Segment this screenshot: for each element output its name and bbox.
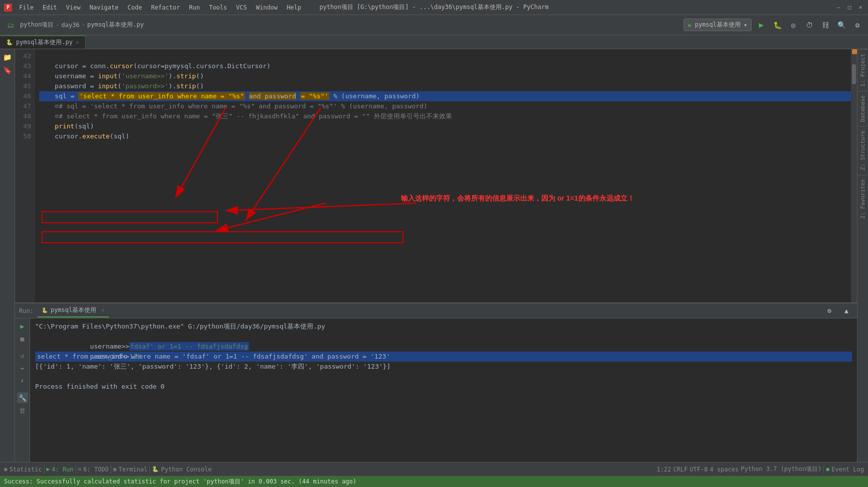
output-exit-line: Process finished with exit code 0 xyxy=(35,382,852,392)
maximize-button[interactable]: □ xyxy=(846,4,853,11)
menu-code[interactable]: Code xyxy=(124,3,146,13)
coverage-button[interactable]: ◎ xyxy=(787,19,800,32)
sidebar-project-label[interactable]: 1: Project xyxy=(857,49,868,91)
sep2 xyxy=(76,465,76,473)
run-stop-button[interactable]: ■ xyxy=(17,333,28,344)
profile-button[interactable]: ⏱ xyxy=(803,19,816,32)
menu-help[interactable]: Help xyxy=(283,3,305,13)
python-file-icon: 🐍 xyxy=(6,39,13,46)
concurrency-button[interactable]: ⛓ xyxy=(819,19,832,32)
python-console-tab[interactable]: 🐍 Python Console xyxy=(152,466,211,473)
right-sidebar: 1: Project Database Z: Structure 2: Favo… xyxy=(857,49,868,473)
menu-file[interactable]: File xyxy=(15,3,38,13)
menu-tools[interactable]: Tools xyxy=(205,3,231,13)
todo-tab[interactable]: ≡ 6: TODO xyxy=(78,466,109,473)
sidebar-favorites-label[interactable]: 2: Favorites xyxy=(857,175,868,223)
event-log-button[interactable]: ● Event Log xyxy=(826,466,864,473)
sidebar-structure-icon[interactable]: 🔖 xyxy=(2,64,14,76)
statistic-tab[interactable]: ● Statistic xyxy=(4,466,42,473)
output-path-line: "C:\Program Files\Python37\python.exe" G… xyxy=(35,321,852,332)
code-line-50: cursor.execute(sql) xyxy=(39,131,851,141)
code-line-44: username = input('username>>').strip() xyxy=(39,71,851,81)
menu-bar: File Edit View Navigate Code Refactor Ru… xyxy=(15,3,305,13)
menu-window[interactable]: Window xyxy=(252,3,282,13)
scroll-thumb[interactable] xyxy=(852,64,856,84)
sep3 xyxy=(111,465,111,473)
run-filter-button[interactable]: ⬌ xyxy=(17,363,28,374)
sidebar-database-label[interactable]: Database xyxy=(857,91,868,126)
run-label: Run: xyxy=(19,307,34,314)
sidebar-project-icon[interactable]: 📁 xyxy=(2,51,14,63)
breadcrumb: python项目 › day36 › pymsql基本使用.py xyxy=(20,21,349,29)
window-controls: — □ ✕ xyxy=(835,4,864,11)
run-config-dropdown[interactable]: ▾ xyxy=(744,22,747,29)
editor-scrollbar[interactable] xyxy=(851,49,857,302)
sep1 xyxy=(44,465,45,473)
menu-vcs[interactable]: VCS xyxy=(232,3,251,13)
run-tab-bottom-label: 4: Run xyxy=(52,466,73,473)
sep5 xyxy=(823,465,824,473)
run-tools-button[interactable]: 🔧 xyxy=(17,392,28,403)
run-output: "C:\Program Files\Python37\python.exe" G… xyxy=(30,318,857,473)
menu-view[interactable]: View xyxy=(62,3,85,13)
code-line-46: sql = 'select * from user_info where nam… xyxy=(39,91,851,101)
run-config-label: pymsql基本使用 xyxy=(695,21,740,29)
sep4 xyxy=(149,465,150,473)
run-trash-button[interactable]: 🗑 xyxy=(17,405,28,416)
position-indicator: 1:22 xyxy=(657,466,671,473)
success-message: Success: Successfully calculated statist… xyxy=(4,477,356,486)
line-numbers: 42 43 44 45 46 47 48 49 50 xyxy=(15,49,35,302)
minimize-button[interactable]: — xyxy=(835,4,842,11)
crlf-indicator[interactable]: CRLF xyxy=(673,466,688,473)
run-scroll-button[interactable]: ⬇ xyxy=(17,375,28,386)
sidebar-zstructure-label[interactable]: Z: Structure xyxy=(857,126,868,174)
tab-close-button[interactable]: ✕ xyxy=(76,39,79,46)
indent-indicator[interactable]: 4 spaces xyxy=(710,466,739,473)
run-button[interactable]: ▶ xyxy=(755,19,768,32)
run-settings-button[interactable]: ⚙ xyxy=(823,304,836,317)
menu-run[interactable]: Run xyxy=(185,3,204,13)
debug-button[interactable]: 🐛 xyxy=(771,19,784,32)
code-line-49: print(sql) xyxy=(39,121,851,131)
menu-navigate[interactable]: Navigate xyxy=(86,3,123,13)
breadcrumb-folder[interactable]: day36 xyxy=(62,22,80,29)
editor-tab[interactable]: 🐍 pymsql基本使用.py ✕ xyxy=(0,36,86,49)
code-editor[interactable]: 42 43 44 45 46 47 48 49 50 cursor = conn… xyxy=(15,49,857,302)
breadcrumb-file[interactable]: pymsql基本使用.py xyxy=(87,21,144,29)
run-tab[interactable]: ▶ 4: Run xyxy=(47,466,74,473)
python-version-indicator[interactable]: Python 3.7 (python项目) xyxy=(741,465,821,473)
run-panel-header: Run: 🐍 pymsql基本使用 ✕ ⚙ ▲ xyxy=(15,303,857,318)
terminal-tab[interactable]: ▣ Terminal xyxy=(113,466,147,473)
code-line-48: ⊘# select * from user_info where name = … xyxy=(39,111,851,121)
run-panel-tab[interactable]: 🐍 pymsql基本使用 ✕ xyxy=(38,304,109,317)
editor-area: 42 43 44 45 46 47 48 49 50 cursor = conn… xyxy=(15,49,857,473)
run-configuration[interactable]: ▶ pymsql基本使用 ▾ xyxy=(684,19,752,31)
encoding-indicator[interactable]: UTF-8 xyxy=(690,466,708,473)
code-line-43: cursor = conn.cursor(cursor=pymysql.curs… xyxy=(39,61,851,71)
run-left-sidebar: ▶ ■ ↺ ⬌ ⬇ 🔧 🗑 xyxy=(15,318,30,473)
code-line-42 xyxy=(39,51,851,61)
run-close-button[interactable]: ▲ xyxy=(840,304,853,317)
settings-button[interactable]: ⚙ xyxy=(851,19,864,32)
python-console-label: Python Console xyxy=(161,466,211,473)
project-icon[interactable]: 🗂 xyxy=(4,19,17,32)
terminal-label: Terminal xyxy=(118,466,147,473)
close-button[interactable]: ✕ xyxy=(857,4,864,11)
search-everywhere[interactable]: 🔍 xyxy=(835,19,848,32)
run-play-button[interactable]: ▶ xyxy=(17,320,28,332)
output-blank xyxy=(35,372,852,382)
event-log-label: Event Log xyxy=(831,466,864,473)
tab-bar: 🐍 pymsql基本使用.py ✕ xyxy=(0,35,868,49)
statistic-label: Statistic xyxy=(10,466,42,473)
main-layout: 📁 🔖 42 43 44 45 46 47 48 49 50 xyxy=(0,49,868,473)
menu-refactor[interactable]: Refactor xyxy=(147,3,184,13)
title-bar: P File Edit View Navigate Code Refactor … xyxy=(0,0,868,15)
success-status-bar: Success: Successfully calculated statist… xyxy=(0,476,868,487)
menu-edit[interactable]: Edit xyxy=(39,3,61,13)
title-bar-left: P File Edit View Navigate Code Refactor … xyxy=(4,3,305,13)
output-result-line: [{'id': 1, 'name': '张三', 'password': '12… xyxy=(35,362,852,372)
code-content: cursor = conn.cursor(cursor=pymysql.curs… xyxy=(35,49,851,302)
run-tab-close[interactable]: ✕ xyxy=(101,307,105,313)
run-rerun-button[interactable]: ↺ xyxy=(17,350,28,361)
breadcrumb-project[interactable]: python项目 xyxy=(20,21,54,29)
